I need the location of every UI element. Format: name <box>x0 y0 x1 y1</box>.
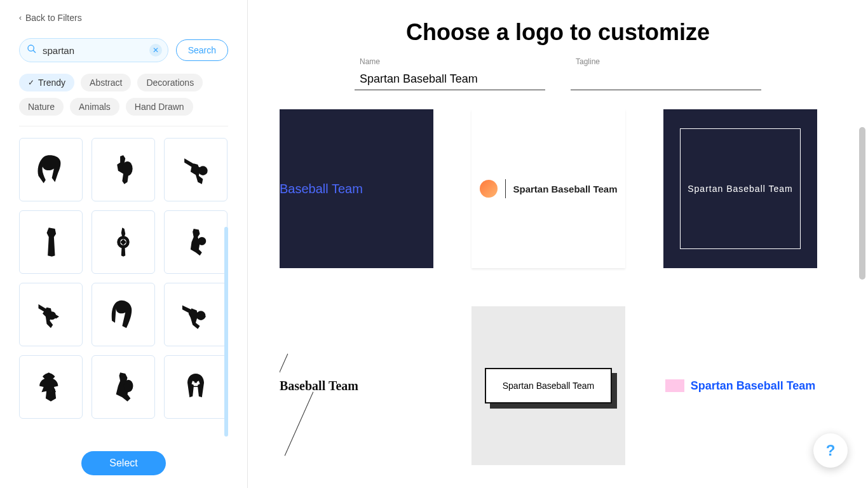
icon-option-6[interactable] <box>164 210 227 274</box>
icon-option-2[interactable] <box>92 138 155 201</box>
logo-box: Spartan Baseball Team <box>485 368 612 403</box>
logo-text: Spartan Baseball Team <box>691 379 816 393</box>
spartan-crest-icon <box>34 370 67 403</box>
chevron-left-icon: ‹ <box>19 13 22 22</box>
logo-template-1[interactable]: Baseball Team <box>280 109 433 268</box>
chip-hand-drawn[interactable]: Hand Drawn <box>126 98 193 116</box>
chip-trendy[interactable]: ✓Trendy <box>19 74 74 92</box>
name-input[interactable] <box>355 70 545 90</box>
logo-mark-icon <box>665 379 684 392</box>
logo-template-4[interactable]: Baseball Team <box>280 306 433 465</box>
icon-option-7[interactable] <box>19 283 83 346</box>
logo-mark-icon <box>480 180 498 198</box>
search-wrap: ✕ <box>19 38 168 62</box>
svg-point-9 <box>124 380 133 393</box>
icon-option-4[interactable] <box>19 210 83 274</box>
tagline-label: Tagline <box>571 57 761 66</box>
logo-template-3[interactable]: Spartan Baseball Team <box>663 109 817 268</box>
spartan-spear-icon <box>179 153 212 186</box>
icon-option-11[interactable] <box>92 355 155 419</box>
chip-decorations[interactable]: Decorations <box>137 74 203 92</box>
icon-option-8[interactable] <box>92 283 155 346</box>
chip-abstract[interactable]: Abstract <box>81 74 131 92</box>
slash-decoration-icon <box>285 392 314 456</box>
search-button[interactable]: Search <box>176 39 228 61</box>
name-label: Name <box>355 57 545 66</box>
logo-frame: Spartan Baseball Team <box>680 128 801 249</box>
icon-option-9[interactable] <box>164 283 227 346</box>
svg-point-2 <box>122 161 132 176</box>
sidebar-scrollbar-thumb[interactable] <box>224 227 228 437</box>
spartan-cloak-icon <box>34 226 67 259</box>
icon-scroll-area[interactable] <box>19 138 228 441</box>
main-scrollbar-thumb[interactable] <box>859 127 865 280</box>
back-to-filters-link[interactable]: ‹ Back to Filters <box>19 13 228 23</box>
icon-option-12[interactable] <box>164 355 227 419</box>
divider-icon <box>505 179 506 198</box>
icon-option-10[interactable] <box>19 355 83 419</box>
svg-line-1 <box>33 50 36 53</box>
spartan-soldier-icon <box>179 226 212 259</box>
page-title: Choose a logo to customize <box>280 19 836 46</box>
logo-text: Spartan Baseball Team <box>513 184 618 194</box>
svg-point-3 <box>198 166 208 175</box>
logo-template-2[interactable]: Spartan Baseball Team <box>471 109 625 268</box>
icon-option-5[interactable] <box>92 210 155 274</box>
logo-template-6[interactable]: Spartan Baseball Team <box>663 306 817 465</box>
spartan-warrior-icon <box>107 153 140 186</box>
spartan-helmet-icon <box>34 153 67 186</box>
logo-text: Baseball Team <box>280 379 358 393</box>
chip-animals[interactable]: Animals <box>70 98 119 116</box>
icon-option-3[interactable] <box>164 138 227 201</box>
back-label: Back to Filters <box>25 13 82 23</box>
spartan-fighter-icon <box>107 370 140 403</box>
svg-point-6 <box>198 237 206 245</box>
logo-template-5[interactable]: Spartan Baseball Team <box>471 306 625 465</box>
svg-point-0 <box>28 45 34 51</box>
spartan-attack-icon <box>34 298 67 331</box>
logo-text: Spartan Baseball Team <box>503 381 595 391</box>
help-button[interactable]: ? <box>813 433 848 468</box>
filter-chips: ✓Trendy Abstract Decorations Nature Anim… <box>19 74 228 126</box>
icon-option-1[interactable] <box>19 138 83 201</box>
search-icon <box>27 44 37 57</box>
search-input[interactable] <box>19 38 168 62</box>
check-icon: ✓ <box>28 78 34 87</box>
clear-search-icon[interactable]: ✕ <box>149 44 162 57</box>
logo-text: Baseball Team <box>280 182 363 196</box>
spartan-helmet-front-icon <box>179 370 212 403</box>
svg-point-7 <box>48 311 56 320</box>
tagline-input[interactable] <box>571 70 761 90</box>
spartan-helmet-side-icon <box>107 298 140 331</box>
help-icon: ? <box>826 442 836 459</box>
spartan-shield-icon <box>107 226 140 259</box>
logo-text: Spartan Baseball Team <box>688 184 793 194</box>
spartan-charge-icon <box>179 298 212 331</box>
svg-point-8 <box>196 311 206 320</box>
select-button[interactable]: Select <box>81 451 165 475</box>
chip-nature[interactable]: Nature <box>19 98 64 116</box>
